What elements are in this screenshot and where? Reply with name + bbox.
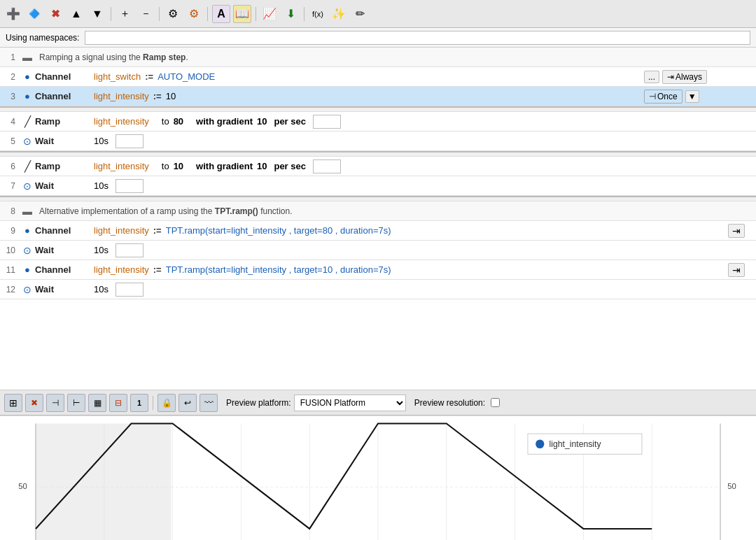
ramp-icon: ╱ [20,115,35,128]
table-row: 11 ● Channel light_intensity := TPT.ramp… [0,260,756,280]
download-button[interactable]: ⬇ [281,5,300,23]
row-type-label: Wait [35,284,91,294]
ramp-extra-input[interactable] [313,115,341,129]
ramp-icon: ╱ [20,160,35,173]
table-row: 7 ⊙ Wait 10s [0,176,756,196]
add2-button[interactable]: ＋ [115,5,134,23]
skip-start-button[interactable]: ⊣ [46,394,64,412]
always-badge[interactable]: ⇥ Always [662,70,707,84]
wait-duration: 10s [94,245,108,255]
row-number: 11 [0,265,20,275]
chart-area: 0 50 0 50 0 5 10 15 20 25 30 35 40 light… [0,415,756,540]
gradient-value: 10 [257,161,267,171]
gradient-label: with gradient [196,116,253,127]
gear2-button[interactable]: ⚙ [185,5,203,23]
namespace-input[interactable] [85,31,750,45]
platform-select[interactable]: FUSION Platform [294,395,406,411]
toolbar-sep-4 [255,7,256,21]
chart-view-button[interactable]: ⊞ [4,394,22,412]
wait-extra-input[interactable] [115,179,144,193]
fx-button[interactable]: f(x) [309,5,327,23]
row-number: 9 [0,226,20,236]
row-number: 2 [0,72,20,82]
delete-button[interactable]: ✖ [46,5,64,23]
gear1-button[interactable]: ⚙ [164,5,182,23]
separator [0,196,756,201]
row-content: light_intensity := TPT.ramp(start=light_… [91,263,728,276]
comment-text: Ramping a signal using the Ramp step. [35,50,192,65]
undo-button[interactable]: ↩ [178,394,197,412]
once-dropdown-button[interactable]: ▼ [685,90,699,103]
value-expr: TPT.ramp(start=light_intensity , target=… [166,225,391,236]
row-tail: ⊣ Once ▼ [644,90,756,104]
table-row: 2 ● Channel light_switch := AUTO_MODE ..… [0,67,756,87]
stop-button[interactable]: ✖ [25,394,43,412]
wait-extra-input[interactable] [115,134,144,148]
table-row: 4 ╱ Ramp light_intensity to 80 with grad… [0,112,756,132]
row-number: 10 [0,246,20,255]
tail-dots-button[interactable]: ... [644,71,659,83]
resolution-checkbox[interactable] [491,398,500,407]
resolution-label: Preview resolution: [414,398,485,408]
move-up-button[interactable]: ▲ [67,5,85,23]
pen-button[interactable]: ✏ [351,5,369,23]
redo-button[interactable]: 〰 [200,394,218,412]
comment-text: Alternative implementation of a ramp usi… [35,204,297,219]
gradient-value: 10 [257,116,267,127]
channel-icon: ● [20,91,35,101]
channel-icon: ● [20,71,35,82]
chart-svg: 0 50 0 50 0 5 10 15 20 25 30 35 40 light… [0,416,756,540]
comment-icon: ▬ [20,52,35,63]
variable-name: light_intensity [94,91,149,101]
row-number: 1 [0,52,20,62]
toolbar-sep-1 [111,7,111,21]
row-tail: ... ⇥ Always [644,70,756,84]
star-button[interactable]: ✨ [330,5,348,23]
channel-icon: ● [20,225,35,236]
once-badge[interactable]: ⊣ Once [644,90,682,104]
platform-label: Preview platform: [226,398,291,408]
to-value: 80 [174,116,183,127]
grid-button[interactable]: ▦ [88,394,106,412]
table-row: 9 ● Channel light_intensity := TPT.ramp(… [0,221,756,241]
to-label: to [162,116,169,127]
move-down-button[interactable]: ▼ [88,5,106,23]
overlap-button[interactable]: ⊟ [109,394,127,412]
lock-button[interactable]: 🔒 [158,394,176,412]
wait-icon: ⊙ [20,245,35,256]
minus-button[interactable]: － [136,5,155,23]
row-number: 12 [0,285,20,294]
arrow-button[interactable]: ⇥ [728,224,745,238]
variable-name: light_intensity [94,161,149,171]
wait-extra-input[interactable] [115,283,144,297]
row-number: 8 [0,206,20,216]
y-label-right-50: 50 [727,482,736,490]
book-button[interactable]: 📖 [233,5,251,23]
variable-name: light_intensity [94,116,149,127]
main-toolbar: ➕ 🔷 ✖ ▲ ▼ ＋ － ⚙ ⚙ A 📖 📈 ⬇ f(x) ✨ ✏ [0,0,756,28]
row-content: light_switch := AUTO_MODE [91,70,644,83]
row-type-label: Wait [35,180,91,191]
variable-name: light_intensity [94,264,149,275]
separator [0,151,756,157]
add-green-button[interactable]: ➕ [4,5,22,23]
ramp-extra-input[interactable] [313,159,341,173]
variable-name: light_intensity [94,225,149,236]
toolbar-sep-5 [304,7,304,21]
table-row: 5 ⊙ Wait 10s [0,132,756,151]
skip-end-button[interactable]: ⊢ [67,394,85,412]
toolbar-sep-3 [207,7,208,21]
wait-extra-input[interactable] [115,243,144,257]
add-blue-button[interactable]: 🔷 [25,5,43,23]
a-button[interactable]: A [212,5,230,23]
once-label: Once [657,92,678,101]
num-button[interactable]: 1 [130,394,148,412]
row-type-label: Channel [35,264,91,275]
row-type-label: Channel [35,71,91,82]
per-sec-label: per sec [274,161,306,171]
row-number: 7 [0,181,20,191]
chart-shade [36,423,172,540]
arrow-button[interactable]: ⇥ [728,263,745,277]
chart-button[interactable]: 📈 [260,5,279,23]
main-table: 1 ▬ Ramping a signal using the Ramp step… [0,48,756,390]
